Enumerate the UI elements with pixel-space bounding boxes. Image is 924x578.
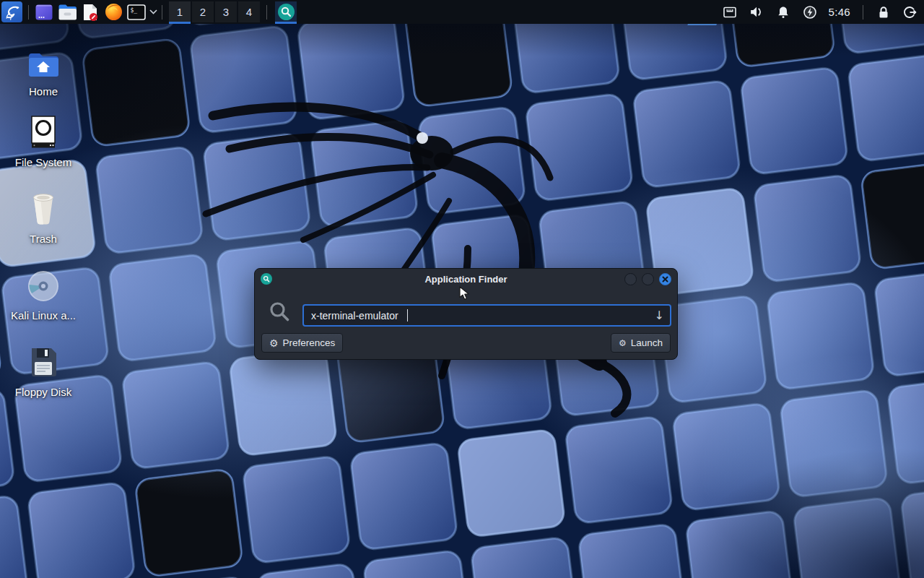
launcher-text-editor[interactable]: [79, 1, 102, 22]
hard-drive-icon: [6, 114, 81, 149]
workspace-1[interactable]: 1: [169, 1, 191, 22]
search-input-value: x-terminal-emulator: [311, 310, 398, 322]
preferences-button-label: Preferences: [283, 337, 336, 348]
application-finder-icon: [277, 3, 295, 21]
workspace-2[interactable]: 2: [192, 1, 214, 22]
launch-gear-icon: ⚙: [619, 339, 627, 348]
show-desktop-icon: [35, 3, 53, 22]
search-icon: [269, 301, 290, 322]
window-title: Application Finder: [255, 274, 677, 285]
home-folder-icon: [6, 43, 81, 78]
desktop-icon-kali-linux[interactable]: Kali Linux a...: [6, 267, 81, 322]
desktop-icon-label: Floppy Disk: [6, 386, 81, 398]
minimize-button[interactable]: [624, 273, 637, 285]
launcher-firefox[interactable]: [102, 1, 125, 22]
launcher-terminal[interactable]: $_: [125, 1, 148, 22]
top-panel: $_ 1 2 3 4: [0, 0, 924, 24]
workspace-label: 4: [246, 6, 252, 18]
applications-menu-button[interactable]: [1, 1, 22, 22]
active-workspace-underline: [169, 22, 191, 24]
network-icon[interactable]: [722, 4, 738, 20]
desktop-icon-trash[interactable]: Trash: [6, 191, 81, 245]
launcher-dropdown-button[interactable]: [148, 1, 158, 22]
svg-text:$_: $_: [131, 7, 138, 13]
panel-separator: [863, 5, 863, 20]
close-button[interactable]: [659, 273, 671, 285]
workspace-label: 2: [200, 6, 206, 18]
close-icon: [662, 276, 668, 282]
desktop-icon-label: File System: [6, 156, 81, 168]
titlebar[interactable]: Application Finder: [255, 269, 677, 289]
text-editor-icon: [82, 3, 99, 22]
log-out-icon[interactable]: [902, 4, 918, 20]
window-icon: [261, 273, 272, 285]
desktop: Home File System Trash: [0, 0, 924, 578]
workspace-switcher: 1 2 3 4: [169, 1, 260, 22]
gear-icon: ⚙: [269, 338, 279, 348]
trash-icon: [6, 191, 81, 225]
desktop-icon-home[interactable]: Home: [6, 43, 81, 98]
workspace-label: 3: [223, 6, 229, 18]
preferences-button[interactable]: ⚙ Preferences: [261, 333, 343, 353]
desktop-icon-label: Trash: [6, 233, 81, 245]
desktop-icon-floppy-disk[interactable]: Floppy Disk: [6, 344, 81, 398]
panel-separator: [266, 5, 267, 20]
floppy-disk-icon: [6, 344, 81, 379]
launch-button-label: Launch: [631, 337, 663, 348]
desktop-icon-label: Home: [6, 85, 81, 98]
dropdown-arrow-button[interactable]: ↓: [655, 310, 664, 322]
application-finder-window: Application Finder x-terminal: [254, 268, 678, 360]
workspace-4[interactable]: 4: [238, 1, 260, 22]
search-row: x-terminal-emulator ↓: [255, 289, 677, 332]
workspace-3[interactable]: 3: [215, 1, 237, 22]
launch-button[interactable]: ⚙ Launch: [611, 333, 671, 353]
lock-screen-icon[interactable]: [876, 4, 892, 20]
launcher-file-manager[interactable]: [56, 1, 79, 22]
taskbar-application-finder-button[interactable]: [275, 1, 297, 22]
launcher-show-desktop[interactable]: [32, 1, 56, 22]
chevron-down-icon: [149, 9, 157, 14]
arrow-down-icon: ↓: [655, 309, 664, 322]
file-manager-icon: [58, 4, 77, 21]
panel-separator: [162, 5, 162, 20]
notifications-bell-icon[interactable]: [775, 4, 791, 20]
text-caret: [407, 309, 408, 322]
dialog-buttons: ⚙ Preferences ⚙ Launch: [261, 333, 671, 353]
maximize-button[interactable]: [642, 273, 654, 285]
active-window-underline: [275, 22, 297, 24]
terminal-icon: $_: [127, 4, 146, 20]
kali-logo-icon: [4, 4, 21, 21]
clock[interactable]: 5:46: [829, 6, 850, 18]
search-input[interactable]: x-terminal-emulator ↓: [302, 304, 671, 327]
optical-disc-icon: [6, 267, 81, 302]
desktop-icon-label: Kali Linux a...: [6, 309, 81, 322]
workspace-label: 1: [177, 6, 183, 18]
panel-separator: [28, 5, 29, 20]
desktop-icon-file-system[interactable]: File System: [6, 114, 81, 168]
firefox-icon: [105, 3, 123, 21]
volume-icon[interactable]: [749, 4, 764, 20]
power-manager-icon[interactable]: [802, 4, 818, 20]
